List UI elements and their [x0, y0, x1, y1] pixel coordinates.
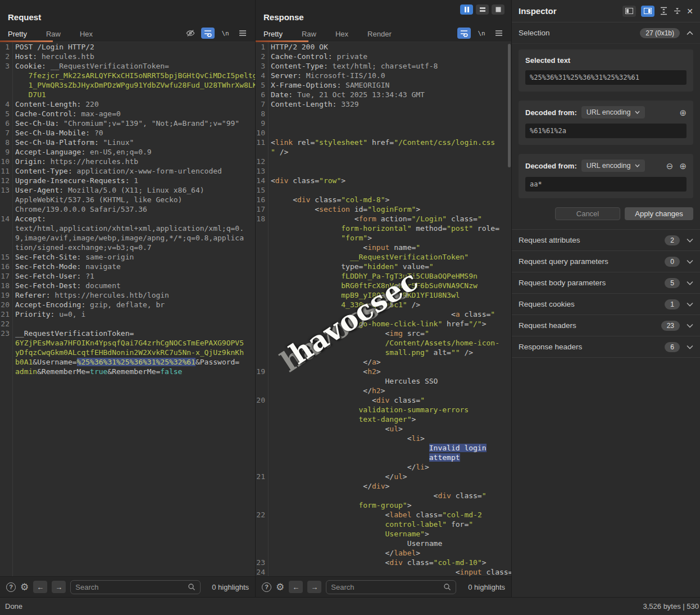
line-number — [256, 520, 265, 529]
line-number — [0, 233, 10, 243]
editor-menu-icon[interactable] — [492, 28, 506, 39]
tab-raw[interactable]: Raw — [302, 30, 316, 38]
chevron-down-icon — [635, 111, 640, 114]
selected-text-value[interactable]: %25%36%31%25%36%31%25%32%61 — [525, 70, 687, 85]
next-match-button[interactable]: → — [307, 581, 321, 593]
dock-right-icon[interactable] — [641, 6, 654, 17]
request-editor[interactable]: 1POST /Login HTTP/22Host: hercules.htb3C… — [0, 42, 255, 576]
chevron-down-icon[interactable] — [687, 259, 693, 264]
layout-rows-icon[interactable] — [476, 4, 489, 15]
response-editor[interactable]: 1HTTP/2 200 OK2Cache-Control: private3Co… — [256, 42, 511, 576]
encoding-select[interactable]: URL encoding — [581, 160, 645, 172]
code-line: 19 <h2> — [256, 367, 511, 376]
chevron-down-icon[interactable] — [687, 302, 693, 307]
chevron-down-icon[interactable] — [687, 324, 693, 328]
apply-changes-button[interactable]: Apply changes — [625, 207, 693, 220]
section-request-cookies[interactable]: Request cookies1 — [512, 294, 700, 315]
tab-hex[interactable]: Hex — [80, 30, 93, 38]
newline-toggle-icon[interactable]: \n — [475, 28, 488, 39]
help-icon[interactable]: ? — [262, 582, 271, 592]
line-number: 21 — [256, 472, 265, 481]
line-number — [0, 348, 10, 357]
add-decoder-icon[interactable]: ⊕ — [679, 162, 687, 170]
next-match-button[interactable]: → — [52, 581, 66, 593]
dock-left-icon[interactable] — [622, 6, 636, 17]
chevron-down-icon[interactable] — [687, 238, 693, 243]
code-line: Username — [256, 539, 511, 548]
collapse-all-icon[interactable] — [673, 7, 681, 15]
section-request-query-parameters[interactable]: Request query parameters0 — [512, 251, 700, 272]
section-request-body-parameters[interactable]: Request body parameters5 — [512, 272, 700, 294]
line-number: 19 — [0, 290, 10, 300]
count-badge: 6 — [665, 342, 680, 352]
section-response-headers[interactable]: Response headers6 — [512, 336, 700, 358]
line-number — [256, 462, 265, 472]
tab-pretty[interactable]: Pretty — [8, 30, 27, 38]
prev-match-button[interactable]: ← — [289, 581, 303, 593]
response-search-input[interactable] — [331, 583, 440, 591]
expand-all-icon[interactable] — [660, 7, 668, 15]
newline-toggle-icon[interactable]: \n — [219, 28, 232, 39]
hide-invisibles-icon[interactable] — [184, 28, 197, 39]
tab-hex[interactable]: Hex — [335, 30, 348, 38]
request-panel-header: Request PrettyRawHex \n — [0, 0, 255, 42]
prev-match-button[interactable]: ← — [33, 581, 47, 593]
search-icon — [443, 583, 451, 591]
search-icon — [188, 583, 196, 591]
tab-render[interactable]: Render — [367, 30, 392, 38]
code-line: 12 — [256, 157, 511, 166]
line-number: 21 — [0, 309, 10, 319]
layout-columns-icon[interactable] — [460, 4, 473, 15]
add-decoder-icon[interactable]: ⊕ — [679, 108, 687, 117]
code-line: 2Host: hercules.htb — [0, 52, 255, 61]
layout-single-icon[interactable] — [492, 4, 504, 15]
inspector-header: Inspector ✕ — [512, 0, 700, 22]
code-line: 5Cache-Control: max-age=0 — [0, 109, 255, 119]
code-line: D7U1 — [0, 90, 255, 99]
code-line: 10 — [256, 128, 511, 138]
request-tabs: PrettyRawHex — [8, 26, 93, 42]
word-wrap-icon[interactable] — [201, 28, 215, 39]
section-request-headers[interactable]: Request headers23 — [512, 315, 700, 336]
code-line: 22 — [0, 319, 255, 329]
close-icon[interactable]: ✕ — [687, 7, 693, 16]
line-number — [256, 262, 265, 271]
selected-text-card: Selected text %25%36%31%25%36%31%25%32%6… — [519, 49, 693, 92]
line-number: 17 — [256, 204, 265, 214]
code-line: attempt — [256, 453, 511, 462]
tab-raw[interactable]: Raw — [46, 30, 61, 38]
line-number — [0, 195, 10, 204]
code-line: fLDDhY_Pa-TgT3uTi5CUBaOQPeHMS9n — [256, 271, 511, 281]
chevron-down-icon[interactable] — [687, 281, 693, 285]
gear-icon[interactable]: ⚙ — [276, 582, 284, 592]
line-number — [256, 357, 265, 367]
line-number: 2 — [0, 52, 10, 61]
scrollbar-thumb[interactable] — [508, 44, 511, 167]
code-line: 9,image/avif,image/webp,image/apng,*/*;q… — [0, 233, 255, 243]
help-icon[interactable]: ? — [6, 582, 16, 592]
line-number — [0, 224, 10, 233]
code-line: validation-summary-errors — [256, 405, 511, 414]
decoded-value[interactable]: aa* — [525, 177, 687, 192]
word-wrap-icon[interactable] — [457, 28, 471, 39]
section-request-attributes[interactable]: Request attributes2 — [512, 230, 700, 251]
decoded-value[interactable]: %61%61%2a — [525, 124, 687, 138]
count-badge: 2 — [665, 235, 680, 245]
line-number — [256, 271, 265, 281]
line-number — [256, 500, 265, 510]
remove-decoder-icon[interactable]: ⊖ — [666, 162, 674, 170]
editor-menu-icon[interactable] — [236, 28, 249, 39]
selection-section-header[interactable]: Selection 27 (0x1b) — [512, 22, 700, 44]
line-number: 23 — [0, 329, 10, 338]
gear-icon[interactable]: ⚙ — [20, 582, 29, 592]
tab-pretty[interactable]: Pretty — [263, 30, 283, 38]
line-number: 13 — [0, 185, 10, 195]
encoding-select[interactable]: URL encoding — [581, 106, 645, 119]
count-badge: 1 — [665, 299, 680, 309]
chevron-up-icon[interactable] — [687, 31, 693, 35]
chevron-down-icon[interactable] — [687, 345, 693, 349]
line-number: 10 — [256, 128, 265, 138]
cancel-button[interactable]: Cancel — [555, 207, 620, 220]
request-search-input[interactable] — [75, 583, 184, 591]
gutter-divider — [12, 42, 13, 576]
